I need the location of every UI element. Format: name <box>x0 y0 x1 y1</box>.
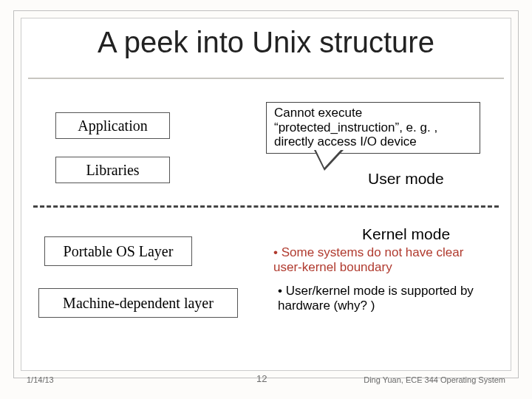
callout-text: Cannot execute “protected_instruction”, … <box>274 106 437 149</box>
kernel-notes: • Some systems do not have clear user-ke… <box>273 245 488 274</box>
footer-credit: Ding Yuan, ECE 344 Operating System <box>364 375 505 384</box>
kernel-mode-label: Kernel mode <box>362 225 450 243</box>
kernel-note-2: • User/kernel mode is supported by hardw… <box>278 284 485 313</box>
slide-title: A peek into Unix structure <box>0 26 532 59</box>
kernel-note-1: • Some systems do not have clear user-ke… <box>273 245 488 274</box>
layer-machine-dependent-label: Machine-dependent layer <box>63 295 214 312</box>
footer-date: 1/14/13 <box>27 375 54 384</box>
footer-page: 12 <box>256 373 267 384</box>
layer-machine-dependent-box: Machine-dependent layer <box>38 288 238 318</box>
user-mode-label: User mode <box>368 170 444 188</box>
layer-portable-os-box: Portable OS Layer <box>44 236 192 266</box>
layer-application-label: Application <box>78 117 147 134</box>
layer-libraries-box: Libraries <box>55 157 170 183</box>
callout-bubble: Cannot execute “protected_instruction”, … <box>266 102 480 154</box>
mode-boundary-divider <box>33 205 499 208</box>
slide: A peek into Unix structure Application L… <box>0 0 532 399</box>
layer-portable-os-label: Portable OS Layer <box>64 243 174 260</box>
title-underline <box>28 78 504 79</box>
inner-frame <box>21 18 511 371</box>
layer-application-box: Application <box>55 112 170 139</box>
layer-libraries-label: Libraries <box>86 162 139 179</box>
